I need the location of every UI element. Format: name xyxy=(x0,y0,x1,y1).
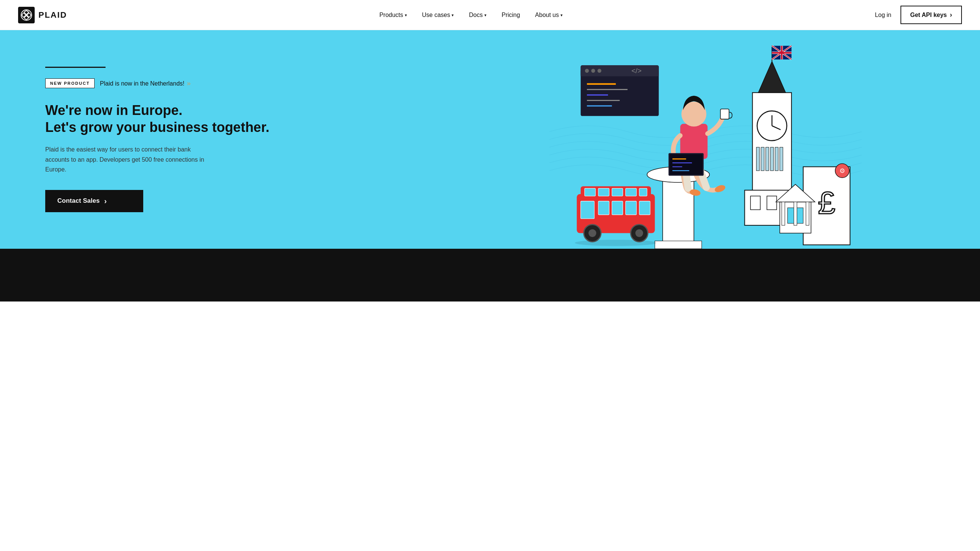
nav-links: Products ▾ Use cases ▾ Docs ▾ Pricing Ab… xyxy=(379,12,562,19)
get-api-keys-button[interactable]: Get API keys › xyxy=(900,6,962,24)
nav-item-pricing[interactable]: Pricing xyxy=(502,12,520,19)
hero-content: NEW PRODUCT Plaid is now in the Netherla… xyxy=(0,30,431,249)
nav-link-products[interactable]: Products ▾ xyxy=(379,12,407,19)
svg-point-79 xyxy=(575,240,657,246)
nav-item-usecases[interactable]: Use cases ▾ xyxy=(422,12,454,19)
nav-link-usecases[interactable]: Use cases ▾ xyxy=(422,12,454,19)
logo-link[interactable]: PLAID xyxy=(18,7,67,23)
login-link[interactable]: Log in xyxy=(875,12,891,19)
svg-rect-11 xyxy=(775,148,778,171)
svg-point-54 xyxy=(585,69,589,73)
nav-link-docs[interactable]: Docs ▾ xyxy=(469,12,486,19)
chevron-down-icon: ▾ xyxy=(452,13,454,18)
svg-rect-10 xyxy=(770,148,773,171)
svg-rect-67 xyxy=(612,188,623,196)
nav-item-products[interactable]: Products ▾ xyxy=(379,12,407,19)
hero-section: NEW PRODUCT Plaid is now in the Netherla… xyxy=(0,30,980,249)
svg-text:£: £ xyxy=(818,186,835,221)
svg-rect-12 xyxy=(780,148,783,171)
hero-subtext: Plaid is the easiest way for users to co… xyxy=(45,145,211,175)
plaid-logo-icon xyxy=(18,7,35,23)
nav-item-aboutus[interactable]: About us ▾ xyxy=(535,12,563,19)
svg-rect-73 xyxy=(626,201,636,215)
svg-rect-70 xyxy=(581,201,594,219)
nav-link-pricing[interactable]: Pricing xyxy=(502,12,520,19)
navbar: PLAID Products ▾ Use cases ▾ Docs ▾ Pric… xyxy=(0,0,980,30)
nav-actions: Log in Get API keys › xyxy=(875,6,962,24)
hero-badge-text: Plaid is now in the Netherlands! » xyxy=(100,79,191,87)
arrow-right-icon: › xyxy=(104,197,107,205)
svg-rect-14 xyxy=(751,196,760,210)
svg-text:⚙: ⚙ xyxy=(839,167,845,175)
svg-rect-35 xyxy=(794,202,797,225)
svg-rect-71 xyxy=(598,201,609,215)
svg-marker-3 xyxy=(758,62,786,93)
hero-illustration: £ ⚙ xyxy=(431,30,980,249)
svg-point-76 xyxy=(589,229,596,237)
logo-text: PLAID xyxy=(38,10,67,20)
svg-point-56 xyxy=(597,69,601,73)
svg-rect-44 xyxy=(720,109,729,119)
chevron-down-icon: ▾ xyxy=(560,13,563,18)
svg-rect-46 xyxy=(670,154,703,175)
hero-divider xyxy=(45,67,105,68)
svg-rect-9 xyxy=(766,148,769,171)
svg-point-78 xyxy=(635,229,643,237)
chevron-down-icon: ▾ xyxy=(484,13,487,18)
hero-svg-illustration: £ ⚙ xyxy=(431,30,980,249)
chevron-down-icon: ▾ xyxy=(405,13,407,18)
svg-text:</>: </> xyxy=(632,67,641,75)
footer-bar xyxy=(0,249,980,302)
double-arrow-icon: » xyxy=(187,79,191,87)
hero-badge-row: NEW PRODUCT Plaid is now in the Netherla… xyxy=(45,78,401,88)
svg-rect-34 xyxy=(782,202,785,225)
nav-item-docs[interactable]: Docs ▾ xyxy=(469,12,486,19)
new-product-badge: NEW PRODUCT xyxy=(45,78,95,88)
nav-link-aboutus[interactable]: About us ▾ xyxy=(535,12,563,19)
svg-rect-8 xyxy=(761,148,764,171)
svg-rect-66 xyxy=(598,188,609,196)
svg-rect-74 xyxy=(639,201,650,215)
contact-sales-button[interactable]: Contact Sales › xyxy=(45,190,143,212)
svg-rect-39 xyxy=(655,241,702,249)
hero-headline: We're now in Europe. Let's grow your bus… xyxy=(45,102,401,136)
svg-rect-65 xyxy=(585,188,595,196)
arrow-right-icon: › xyxy=(950,11,952,19)
svg-rect-69 xyxy=(639,188,647,196)
svg-rect-36 xyxy=(806,202,809,225)
svg-rect-15 xyxy=(767,196,777,210)
svg-rect-72 xyxy=(612,201,623,215)
svg-point-55 xyxy=(592,69,595,73)
svg-rect-68 xyxy=(626,188,636,196)
svg-rect-7 xyxy=(756,148,759,171)
